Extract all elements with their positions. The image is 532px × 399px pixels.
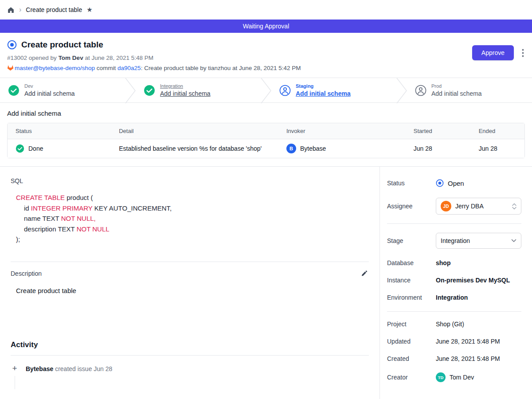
page-title: Create product table xyxy=(21,40,103,50)
column-header-status: Status xyxy=(8,123,111,139)
task-done-icon xyxy=(16,144,24,153)
sql-keyword: CREATE TABLE xyxy=(16,194,65,201)
more-options-icon[interactable] xyxy=(521,48,525,58)
column-header-ended: Ended xyxy=(471,123,524,139)
activity-add-icon[interactable]: + xyxy=(12,364,17,372)
stage-active-person-icon xyxy=(279,85,291,96)
breadcrumb-chevron-icon: › xyxy=(19,6,21,13)
task-ended-date: Jun 28 xyxy=(471,139,524,158)
assignee-select[interactable]: JD Jerry DBA xyxy=(436,198,521,215)
stage-staging[interactable]: Staging Add initial schema xyxy=(271,78,396,102)
approve-button[interactable]: Approve xyxy=(472,45,514,60)
stage-env-link[interactable]: Integration xyxy=(160,83,211,89)
activity-actor: Bytebase xyxy=(26,365,53,372)
issue-detail-pane: SQL CREATE TABLE product ( id INTEGER PR… xyxy=(0,167,379,399)
assignee-label: Assignee xyxy=(387,203,436,210)
sql-text: id xyxy=(24,204,31,212)
branch-link[interactable]: master@bytebase-demo/shop xyxy=(15,65,95,71)
issue-meta-prefix: #13002 opened by xyxy=(7,55,57,61)
stage-separator xyxy=(396,78,407,103)
creator-label: Creator xyxy=(387,374,436,381)
creator-avatar: TD xyxy=(436,372,446,382)
sql-text: KEY AUTO_INCREMENT, xyxy=(92,204,172,212)
gitlab-icon xyxy=(7,65,14,71)
sql-keyword: NOT NULL, xyxy=(61,215,96,222)
updated-value: June 28, 2021 5:48 PM xyxy=(436,338,500,345)
sql-text: ); xyxy=(16,235,20,243)
issue-sidebar: Status Open Assignee JD Jerry DBA Stage xyxy=(379,167,532,399)
invoker-avatar: B xyxy=(286,144,296,153)
sql-code: CREATE TABLE product ( id INTEGER PRIMAR… xyxy=(11,192,369,245)
approval-banner: Waiting Approval xyxy=(0,20,532,33)
favorite-star-icon[interactable]: ★ xyxy=(86,6,92,14)
commit-word: commit xyxy=(95,65,117,71)
stage-done-icon xyxy=(144,85,155,96)
task-table: Status Detail Invoker Started Ended Done… xyxy=(7,123,525,158)
database-value: shop xyxy=(436,259,450,266)
stage-select[interactable]: Integration xyxy=(436,233,521,249)
stage-env-link[interactable]: Staging xyxy=(296,83,351,89)
activity-date: Jun 28 xyxy=(94,365,112,372)
issue-meta: #13002 opened by Tom Dev at June 28, 202… xyxy=(7,55,525,61)
edit-description-icon[interactable] xyxy=(360,269,369,278)
stage-separator xyxy=(125,78,136,103)
issue-author: Tom Dev xyxy=(59,55,83,61)
stage-done-icon xyxy=(8,85,20,96)
assignee-avatar: JD xyxy=(441,201,451,211)
instance-label: Instance xyxy=(387,277,436,284)
open-status-icon xyxy=(7,40,17,50)
project-value: Shop (Git) xyxy=(436,321,464,328)
status-label: Status xyxy=(387,180,436,187)
sidebar-divider xyxy=(387,223,521,224)
task-started-date: Jun 28 xyxy=(406,139,471,158)
environment-value: Integration xyxy=(436,294,468,301)
stage-pending-person-icon xyxy=(415,85,426,96)
issue-meta-suffix: at June 28, 2021 5:48 PM xyxy=(85,55,153,61)
stage-dev[interactable]: Dev Add initial schema xyxy=(0,78,125,102)
activity-entry: + Bytebase created issue Jun 28 xyxy=(11,364,369,389)
updown-chevron-icon xyxy=(512,203,516,210)
task-status-text: Done xyxy=(28,145,43,152)
sql-label: SQL xyxy=(11,177,369,184)
stage-value: Integration xyxy=(441,237,507,244)
stage-prod[interactable]: Prod Add initial schema xyxy=(407,78,532,102)
stage-task-label: Add initial schema xyxy=(431,90,482,97)
section-divider xyxy=(11,262,369,262)
sql-keyword: INTEGER PRIMARY xyxy=(31,204,93,212)
issue-header: Create product table #13002 opened by To… xyxy=(0,33,532,78)
chevron-down-icon xyxy=(511,239,516,243)
sidebar-divider xyxy=(387,311,521,312)
task-section-title: Add initial schema xyxy=(7,110,525,117)
activity-divider xyxy=(11,355,369,356)
breadcrumb: › Create product table ★ xyxy=(0,0,532,20)
sql-text: product ( xyxy=(65,194,93,201)
stage-task-link[interactable]: Add initial schema xyxy=(296,90,351,97)
pipeline: Dev Add initial schema Integration Add i… xyxy=(0,78,532,103)
creator-value: Tom Dev xyxy=(450,374,474,381)
description-label: Description xyxy=(11,270,42,277)
updated-label: Updated xyxy=(387,338,436,345)
commit-message: : Create product table by tianzhou at Ju… xyxy=(141,65,301,71)
stage-separator xyxy=(261,78,271,103)
task-section: Add initial schema Status Detail Invoker… xyxy=(0,103,532,166)
column-header-detail: Detail xyxy=(111,123,278,139)
description-text: Create product table xyxy=(11,287,369,294)
home-icon[interactable] xyxy=(7,6,15,14)
stage-env-label: Prod xyxy=(431,83,482,89)
invoker-name: Bytebase xyxy=(300,145,326,152)
table-row: Done Established baseline version %s for… xyxy=(8,139,524,158)
stage-task-link[interactable]: Add initial schema xyxy=(160,90,211,97)
breadcrumb-title: Create product table xyxy=(26,6,82,13)
database-label: Database xyxy=(387,259,436,266)
activity-title: Activity xyxy=(11,340,369,349)
stage-task-label: Add initial schema xyxy=(24,90,75,97)
stage-integration[interactable]: Integration Add initial schema xyxy=(136,78,261,102)
sql-text: name TEXT xyxy=(24,215,61,222)
instance-value: On-premises Dev MySQL xyxy=(436,277,510,284)
created-label: Created xyxy=(387,355,436,362)
commit-hash-link[interactable]: da90a25 xyxy=(117,65,141,71)
task-detail-text: Established baseline version %s for data… xyxy=(111,139,278,158)
column-header-started: Started xyxy=(406,123,471,139)
timeline-line xyxy=(15,376,15,389)
activity-action: created issue xyxy=(55,365,92,372)
